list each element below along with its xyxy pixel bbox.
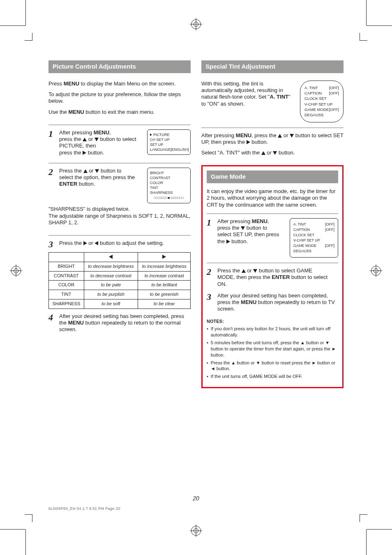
cell-left: to decrease brightness [84, 262, 138, 271]
text: PICTURE, then [59, 143, 96, 149]
table-head-empty [49, 253, 84, 262]
step-number: 1 [207, 218, 214, 245]
text: button. [230, 238, 248, 244]
arrow-up-icon [83, 138, 87, 141]
step-text: After your desired setting has been comp… [217, 292, 338, 313]
step-text: Press the or button to select the option… [59, 168, 143, 188]
table-row: CONTRAST to decrease contrast to increas… [49, 271, 191, 281]
separator [201, 127, 344, 128]
osd-value: [OFF] [329, 90, 339, 96]
text: or [265, 150, 273, 156]
osd-item: SET UP [150, 142, 163, 147]
osd-item: CLOCK SET [304, 96, 327, 101]
step-block: 2 Press the or button to select the opti… [48, 168, 191, 204]
text: Press the [59, 168, 83, 174]
arrow-right-icon [83, 151, 86, 155]
game-mode-intro: It can enjoy the video game mode, etc. b… [207, 188, 338, 208]
osd-item: CLOCK SET [293, 233, 314, 238]
cursor-icon [150, 134, 152, 136]
text: The adjustable range of Sharpness is SOF… [48, 213, 190, 226]
cell-right: to be clear [138, 299, 191, 309]
step-text: After pressing MENU, press the or button… [59, 129, 143, 156]
section-banner-game-mode: Game Mode [207, 170, 338, 183]
step-text: After your desired setting has been comp… [59, 313, 191, 333]
section-banner-picture-adjust: Picture Control Adjustments [48, 60, 191, 73]
table-row: SHARPNESS to be soft to be clear [49, 299, 191, 309]
text: select SET UP, then press [217, 231, 279, 237]
text: press the [59, 136, 83, 142]
arrow-down-icon [95, 169, 99, 173]
registration-mark [10, 265, 22, 277]
osd-item: DEGAUSS [304, 112, 323, 117]
text: , [109, 129, 111, 136]
menu-label: MENU [252, 218, 267, 224]
text: button. [277, 150, 295, 156]
registration-mark [190, 525, 202, 537]
table-row: COLOR to be pale to be brilliant [49, 281, 191, 290]
osd-item: CAPTION [304, 90, 322, 96]
osd-item: V-CHIP SET UP [304, 101, 332, 107]
osd-setup-menu: A. TINT[OFF] CAPTION[OFF] CLOCK SET V-CH… [290, 218, 338, 258]
tint-intro-block: With this setting, the tint is automatic… [201, 81, 344, 122]
osd-item: BRIGHT [150, 170, 164, 175]
crop-mark [25, 530, 26, 555]
registration-mark [370, 265, 382, 277]
cell-right: to be brilliant [138, 281, 191, 290]
step-block: 1 After pressing MENU, press the button … [207, 218, 338, 258]
page-number: 20 [0, 495, 392, 502]
step-text: Press the or button to adjust the settin… [59, 240, 191, 249]
corner-frame [360, 514, 367, 522]
note-item: If you don't press any button for 2 hour… [207, 326, 338, 338]
arrow-down-icon [290, 134, 294, 138]
intro-paragraph: Press MENU to display the Main Menu on t… [48, 81, 191, 87]
step-block: 1 After pressing MENU, press the or butt… [48, 129, 191, 158]
text: MODE, then press the [217, 274, 272, 280]
osd-value: [OFF] [325, 243, 334, 249]
cell-left: to be purplish [84, 290, 138, 299]
text: button to adjust the setting. [98, 240, 164, 246]
step-number: 1 [48, 129, 56, 156]
osd-value: [OFF] [329, 85, 339, 90]
corner-frame [360, 33, 367, 41]
corner-frame [25, 514, 32, 522]
osd-item: V-CHIP SET UP [293, 238, 320, 243]
cell-left: to decrease contrast [84, 271, 138, 281]
text: button to select GAME [257, 267, 312, 274]
text: button to exit the main menu. [84, 109, 154, 115]
cell-label: TINT [49, 290, 84, 299]
corner-frame [25, 33, 32, 41]
text: After pressing [217, 218, 252, 224]
cell-label: CONTRAST [49, 271, 84, 281]
game-mode-callout: Game Mode It can enjoy the video game mo… [201, 165, 344, 388]
enter-label: ENTER [59, 181, 77, 187]
step-text: Press the or button to select GAME MODE,… [217, 267, 338, 288]
cell-left: to be soft [84, 299, 138, 309]
text: button to select SET [294, 132, 344, 138]
separator [207, 263, 338, 263]
menu-label: MENU [236, 132, 251, 138]
step-number: 3 [207, 292, 214, 313]
step-4: 4 After your desired setting has been co… [48, 313, 191, 333]
text: or [87, 240, 95, 246]
osd-item: A. TINT [293, 222, 306, 227]
cell-left: to be pale [84, 281, 138, 290]
notes-title: NOTES: [207, 318, 338, 325]
menu-label: MENU [94, 129, 109, 136]
note-item: 5 minutes before the unit turns off, pre… [207, 340, 338, 358]
separator [48, 235, 191, 236]
text: Use the [48, 109, 68, 115]
a-tint-label: A. TINT [270, 94, 289, 100]
osd-item: A. TINT [304, 85, 318, 90]
separator [48, 124, 191, 125]
sharpness-note: "SHARPNESS" is displayed twice. The adju… [48, 206, 191, 226]
note-item: Press the ▲ button or ▼ button to reset … [207, 360, 338, 372]
osd-value: [OFF] [325, 227, 334, 233]
osd-item: LANGUAGE [150, 147, 171, 152]
crop-mark [366, 0, 367, 25]
crop-mark [366, 530, 367, 555]
tint-intro-text: With this setting, the tint is automatic… [201, 81, 296, 107]
crop-mark [0, 529, 25, 530]
crop-mark [25, 0, 26, 25]
menu-label: MENU [64, 81, 79, 87]
intro-paragraph: To adjust the picture to your preference… [48, 91, 191, 105]
